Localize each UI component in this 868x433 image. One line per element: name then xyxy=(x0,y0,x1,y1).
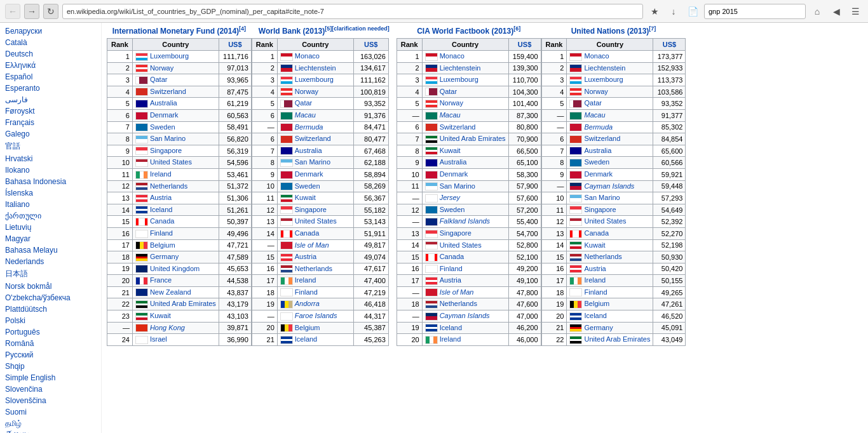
country-link[interactable]: Netherlands xyxy=(295,265,332,272)
sidebar-item[interactable]: Suomi xyxy=(0,406,101,418)
sidebar-item[interactable]: Plattdüütsch xyxy=(0,303,101,315)
country-link[interactable]: Ireland xyxy=(295,276,316,284)
sidebar-item[interactable]: Deutsch xyxy=(0,48,101,60)
country-link[interactable]: Finland xyxy=(584,288,607,296)
country-link[interactable]: Luxembourg xyxy=(150,52,189,60)
sidebar-item[interactable]: Norsk bokmål xyxy=(0,281,101,292)
country-link[interactable]: Finland xyxy=(295,288,318,296)
sidebar-item[interactable]: Nederlands xyxy=(0,256,101,267)
country-link[interactable]: United Arab Emirates xyxy=(584,335,650,343)
country-link[interactable]: Cayman Islands xyxy=(584,182,634,190)
country-link[interactable]: Liechtenstein xyxy=(440,64,481,72)
sidebar-item[interactable]: 官話 xyxy=(0,140,101,153)
country-link[interactable]: Denmark xyxy=(150,111,179,119)
country-link[interactable]: Sweden xyxy=(440,206,465,213)
sidebar-item[interactable]: Føroyskt xyxy=(0,105,101,117)
country-link[interactable]: Norway xyxy=(584,88,607,95)
country-link[interactable]: United Kingdom xyxy=(150,265,200,272)
country-link[interactable]: Qatar xyxy=(584,99,602,107)
country-link[interactable]: San Marino xyxy=(440,182,475,190)
sidebar-item[interactable]: Bahasa Melayu xyxy=(0,244,101,256)
country-link[interactable]: Kuwait xyxy=(150,312,171,319)
country-link[interactable]: Switzerland xyxy=(584,135,620,142)
sidebar-item[interactable]: Română xyxy=(0,338,101,349)
sidebar-item[interactable]: Magyar xyxy=(0,233,101,244)
country-link[interactable]: Switzerland xyxy=(295,135,331,142)
sidebar-item[interactable]: Galego xyxy=(0,128,101,140)
country-link[interactable]: Norway xyxy=(295,88,318,95)
country-link[interactable]: Germany xyxy=(584,324,613,331)
country-link[interactable]: Netherlands xyxy=(150,182,187,190)
country-link[interactable]: Isle of Man xyxy=(440,288,474,296)
sidebar-item[interactable]: Ελληνικά xyxy=(0,60,101,71)
country-link[interactable]: Australia xyxy=(440,158,467,166)
sidebar-item[interactable]: Русский xyxy=(0,349,101,361)
country-link[interactable]: Norway xyxy=(440,99,463,107)
sidebar-item[interactable]: Esperanto xyxy=(0,83,101,94)
country-link[interactable]: Canada xyxy=(295,229,320,237)
sidebar-item[interactable]: فارسی xyxy=(0,94,101,105)
sidebar-item[interactable]: 日本語 xyxy=(0,267,101,281)
country-link[interactable]: New Zealand xyxy=(150,288,191,296)
sidebar-item[interactable]: O'zbekcha/ўзбекча xyxy=(0,292,101,303)
country-link[interactable]: Kuwait xyxy=(440,147,461,154)
sidebar-item[interactable]: Hrvatski xyxy=(0,153,101,164)
country-link[interactable]: Liechtenstein xyxy=(584,64,625,72)
country-link[interactable]: Finland xyxy=(150,229,173,237)
country-link[interactable]: Luxembourg xyxy=(440,76,478,83)
country-link[interactable]: Netherlands xyxy=(584,253,621,260)
country-link[interactable]: Monaco xyxy=(440,52,465,60)
search-input[interactable] xyxy=(704,4,806,19)
country-link[interactable]: Kuwait xyxy=(295,194,316,201)
country-link[interactable]: Monaco xyxy=(295,52,320,60)
country-link[interactable]: United States xyxy=(295,217,337,225)
country-link[interactable]: Denmark xyxy=(295,170,323,178)
sidebar-item[interactable]: Español xyxy=(0,71,101,83)
country-link[interactable]: Austria xyxy=(150,194,172,201)
bookmark-icon[interactable]: ★ xyxy=(647,4,662,19)
country-link[interactable]: Andorra xyxy=(295,300,320,307)
country-link[interactable]: Iceland xyxy=(295,335,317,343)
country-link[interactable]: Germany xyxy=(150,253,179,260)
sidebar-item[interactable]: Slovenčina xyxy=(0,383,101,395)
sidebar-item[interactable]: Português xyxy=(0,326,101,338)
country-link[interactable]: Austria xyxy=(440,276,461,284)
country-link[interactable]: Sweden xyxy=(295,182,320,190)
country-link[interactable]: Qatar xyxy=(150,76,168,83)
country-link[interactable]: Qatar xyxy=(440,88,458,95)
sidebar-item[interactable]: Català xyxy=(0,37,101,48)
sidebar-item[interactable]: తెలుగు xyxy=(0,429,101,433)
sidebar-item[interactable]: Slovenščina xyxy=(0,395,101,406)
country-link[interactable]: Australia xyxy=(295,147,322,154)
country-link[interactable]: Macau xyxy=(440,111,461,119)
country-link[interactable]: Sweden xyxy=(150,123,175,131)
country-link[interactable]: Iceland xyxy=(440,324,462,331)
country-link[interactable]: Netherlands xyxy=(440,300,477,307)
country-link[interactable]: Qatar xyxy=(295,99,313,107)
country-link[interactable]: United Arab Emirates xyxy=(150,300,216,307)
country-link[interactable]: Luxembourg xyxy=(295,76,334,83)
sidebar-item[interactable]: Íslenska xyxy=(0,187,101,199)
country-link[interactable]: Jersey xyxy=(440,194,460,201)
back-nav-icon[interactable]: ◀ xyxy=(829,4,844,19)
country-link[interactable]: Switzerland xyxy=(440,123,476,131)
reload-button[interactable]: ↻ xyxy=(43,4,58,19)
country-link[interactable]: San Marino xyxy=(150,135,186,142)
forward-button[interactable]: → xyxy=(24,4,39,19)
sidebar-item[interactable]: Bahasa Indonesia xyxy=(0,176,101,187)
country-link[interactable]: Ireland xyxy=(150,170,172,178)
sidebar-item[interactable]: Français xyxy=(0,117,101,128)
country-link[interactable]: Faroe Islands xyxy=(295,312,337,319)
country-link[interactable]: Israel xyxy=(150,335,167,343)
country-link[interactable]: Macau xyxy=(295,111,316,119)
country-link[interactable]: Finland xyxy=(440,265,463,272)
country-link[interactable]: Denmark xyxy=(584,170,613,178)
country-link[interactable]: Belgium xyxy=(295,324,320,331)
settings-icon[interactable]: ☰ xyxy=(848,4,863,19)
country-link[interactable]: France xyxy=(150,276,172,284)
country-link[interactable]: Austria xyxy=(584,265,606,272)
country-link[interactable]: Singapore xyxy=(584,206,616,213)
country-link[interactable]: Cayman Islands xyxy=(440,312,490,319)
sidebar-item[interactable]: Simple English xyxy=(0,372,101,383)
address-bar[interactable] xyxy=(62,4,643,19)
